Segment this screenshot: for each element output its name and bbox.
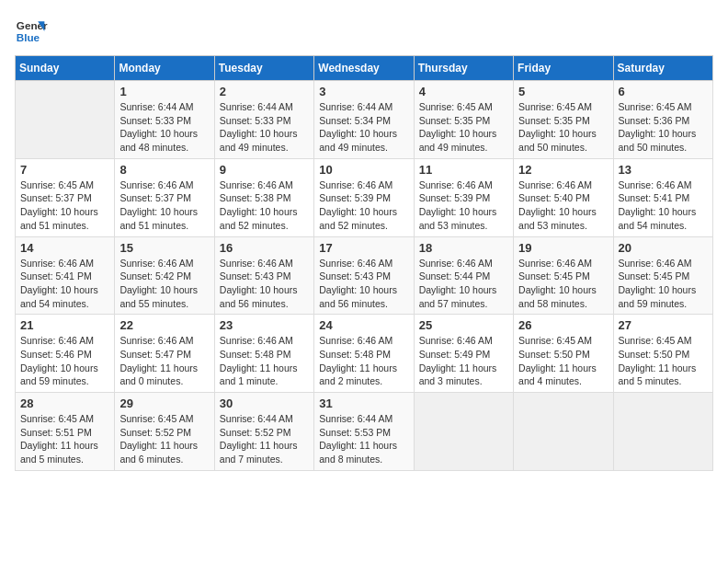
day-number: 25 <box>419 318 508 332</box>
calendar-cell: 20Sunrise: 6:46 AM Sunset: 5:45 PM Dayli… <box>613 236 712 315</box>
day-info: Sunrise: 6:44 AM Sunset: 5:53 PM Dayligh… <box>319 412 408 466</box>
calendar-cell: 10Sunrise: 6:46 AM Sunset: 5:39 PM Dayli… <box>314 158 414 236</box>
day-info: Sunrise: 6:45 AM Sunset: 5:51 PM Dayligh… <box>20 412 109 466</box>
day-info: Sunrise: 6:46 AM Sunset: 5:48 PM Dayligh… <box>220 334 309 388</box>
day-number: 29 <box>119 396 209 410</box>
day-info: Sunrise: 6:44 AM Sunset: 5:34 PM Dayligh… <box>319 100 408 155</box>
calendar-cell: 12Sunrise: 6:46 AM Sunset: 5:40 PM Dayli… <box>514 158 613 236</box>
day-number: 21 <box>20 318 109 332</box>
calendar-cell: 23Sunrise: 6:46 AM Sunset: 5:48 PM Dayli… <box>214 315 313 393</box>
day-number: 28 <box>20 396 109 410</box>
calendar-cell: 29Sunrise: 6:45 AM Sunset: 5:52 PM Dayli… <box>115 393 214 471</box>
calendar-cell: 18Sunrise: 6:46 AM Sunset: 5:44 PM Dayli… <box>414 236 513 315</box>
day-info: Sunrise: 6:45 AM Sunset: 5:52 PM Dayligh… <box>119 412 209 466</box>
calendar-cell: 2Sunrise: 6:44 AM Sunset: 5:33 PM Daylig… <box>214 81 313 159</box>
day-info: Sunrise: 6:45 AM Sunset: 5:37 PM Dayligh… <box>20 178 109 233</box>
day-number: 27 <box>619 318 708 332</box>
day-number: 10 <box>319 163 408 177</box>
week-row: 21Sunrise: 6:46 AM Sunset: 5:46 PM Dayli… <box>16 315 713 393</box>
week-row: 28Sunrise: 6:45 AM Sunset: 5:51 PM Dayli… <box>16 393 713 471</box>
day-info: Sunrise: 6:46 AM Sunset: 5:38 PM Dayligh… <box>220 178 309 233</box>
day-info: Sunrise: 6:46 AM Sunset: 5:43 PM Dayligh… <box>220 257 309 311</box>
day-info: Sunrise: 6:46 AM Sunset: 5:43 PM Dayligh… <box>319 257 408 311</box>
day-number: 15 <box>119 241 209 255</box>
calendar-cell: 13Sunrise: 6:46 AM Sunset: 5:41 PM Dayli… <box>613 158 712 236</box>
calendar-cell: 15Sunrise: 6:46 AM Sunset: 5:42 PM Dayli… <box>115 236 214 315</box>
calendar-cell: 1Sunrise: 6:44 AM Sunset: 5:33 PM Daylig… <box>115 81 214 159</box>
day-number: 19 <box>518 241 608 255</box>
day-info: Sunrise: 6:46 AM Sunset: 5:41 PM Dayligh… <box>619 178 708 233</box>
day-number: 12 <box>518 163 608 177</box>
calendar-cell <box>613 393 712 471</box>
calendar-cell: 5Sunrise: 6:45 AM Sunset: 5:35 PM Daylig… <box>514 81 613 159</box>
header-day: Sunday <box>16 56 115 81</box>
day-info: Sunrise: 6:44 AM Sunset: 5:52 PM Dayligh… <box>220 412 309 466</box>
svg-text:Blue: Blue <box>17 31 40 43</box>
day-number: 16 <box>220 241 309 255</box>
day-info: Sunrise: 6:46 AM Sunset: 5:49 PM Dayligh… <box>419 334 508 388</box>
logo: General Blue <box>15 15 48 48</box>
day-info: Sunrise: 6:46 AM Sunset: 5:45 PM Dayligh… <box>518 257 608 311</box>
calendar-cell <box>16 81 115 159</box>
day-number: 26 <box>518 318 608 332</box>
day-number: 9 <box>220 163 309 177</box>
day-number: 13 <box>619 163 708 177</box>
day-info: Sunrise: 6:44 AM Sunset: 5:33 PM Dayligh… <box>119 100 209 155</box>
calendar-cell: 6Sunrise: 6:45 AM Sunset: 5:36 PM Daylig… <box>613 81 712 159</box>
day-number: 3 <box>319 85 408 98</box>
calendar-body: 1Sunrise: 6:44 AM Sunset: 5:33 PM Daylig… <box>16 81 713 471</box>
day-info: Sunrise: 6:45 AM Sunset: 5:50 PM Dayligh… <box>518 334 608 388</box>
day-info: Sunrise: 6:46 AM Sunset: 5:45 PM Dayligh… <box>619 257 708 311</box>
day-info: Sunrise: 6:46 AM Sunset: 5:39 PM Dayligh… <box>419 178 508 233</box>
calendar-cell: 25Sunrise: 6:46 AM Sunset: 5:49 PM Dayli… <box>414 315 513 393</box>
day-number: 1 <box>119 85 209 98</box>
calendar-cell: 24Sunrise: 6:46 AM Sunset: 5:48 PM Dayli… <box>314 315 414 393</box>
header-day: Monday <box>115 56 214 81</box>
header-day: Wednesday <box>314 56 414 81</box>
day-info: Sunrise: 6:46 AM Sunset: 5:47 PM Dayligh… <box>119 334 209 388</box>
day-info: Sunrise: 6:46 AM Sunset: 5:44 PM Dayligh… <box>419 257 508 311</box>
header-day: Thursday <box>414 56 513 81</box>
day-number: 2 <box>220 85 309 98</box>
header-day: Friday <box>514 56 613 81</box>
calendar-cell <box>414 393 513 471</box>
week-row: 1Sunrise: 6:44 AM Sunset: 5:33 PM Daylig… <box>16 81 713 159</box>
page-header: General Blue <box>15 15 713 48</box>
calendar-cell: 16Sunrise: 6:46 AM Sunset: 5:43 PM Dayli… <box>214 236 313 315</box>
calendar-cell: 22Sunrise: 6:46 AM Sunset: 5:47 PM Dayli… <box>115 315 214 393</box>
calendar-cell: 28Sunrise: 6:45 AM Sunset: 5:51 PM Dayli… <box>16 393 115 471</box>
week-row: 14Sunrise: 6:46 AM Sunset: 5:41 PM Dayli… <box>16 236 713 315</box>
calendar-table: SundayMondayTuesdayWednesdayThursdayFrid… <box>15 55 713 471</box>
day-number: 30 <box>220 396 309 410</box>
day-number: 8 <box>119 163 209 177</box>
day-info: Sunrise: 6:44 AM Sunset: 5:33 PM Dayligh… <box>220 100 309 155</box>
calendar-cell <box>514 393 613 471</box>
calendar-cell: 8Sunrise: 6:46 AM Sunset: 5:37 PM Daylig… <box>115 158 214 236</box>
day-number: 31 <box>319 396 408 410</box>
day-number: 17 <box>319 241 408 255</box>
calendar-cell: 7Sunrise: 6:45 AM Sunset: 5:37 PM Daylig… <box>16 158 115 236</box>
day-number: 6 <box>619 85 708 98</box>
day-info: Sunrise: 6:46 AM Sunset: 5:46 PM Dayligh… <box>20 334 109 388</box>
day-number: 11 <box>419 163 508 177</box>
calendar-cell: 3Sunrise: 6:44 AM Sunset: 5:34 PM Daylig… <box>314 81 414 159</box>
day-info: Sunrise: 6:46 AM Sunset: 5:41 PM Dayligh… <box>20 257 109 311</box>
calendar-cell: 14Sunrise: 6:46 AM Sunset: 5:41 PM Dayli… <box>16 236 115 315</box>
logo-icon: General Blue <box>15 15 48 48</box>
calendar-cell: 4Sunrise: 6:45 AM Sunset: 5:35 PM Daylig… <box>414 81 513 159</box>
day-number: 18 <box>419 241 508 255</box>
day-info: Sunrise: 6:46 AM Sunset: 5:42 PM Dayligh… <box>119 257 209 311</box>
calendar-cell: 11Sunrise: 6:46 AM Sunset: 5:39 PM Dayli… <box>414 158 513 236</box>
day-info: Sunrise: 6:46 AM Sunset: 5:40 PM Dayligh… <box>518 178 608 233</box>
calendar-cell: 9Sunrise: 6:46 AM Sunset: 5:38 PM Daylig… <box>214 158 313 236</box>
day-number: 5 <box>518 85 608 98</box>
day-number: 24 <box>319 318 408 332</box>
day-number: 4 <box>419 85 508 98</box>
calendar-cell: 17Sunrise: 6:46 AM Sunset: 5:43 PM Dayli… <box>314 236 414 315</box>
day-number: 14 <box>20 241 109 255</box>
day-number: 22 <box>119 318 209 332</box>
day-info: Sunrise: 6:45 AM Sunset: 5:50 PM Dayligh… <box>619 334 708 388</box>
day-number: 7 <box>20 163 109 177</box>
header-day: Saturday <box>613 56 712 81</box>
day-info: Sunrise: 6:45 AM Sunset: 5:35 PM Dayligh… <box>518 100 608 155</box>
